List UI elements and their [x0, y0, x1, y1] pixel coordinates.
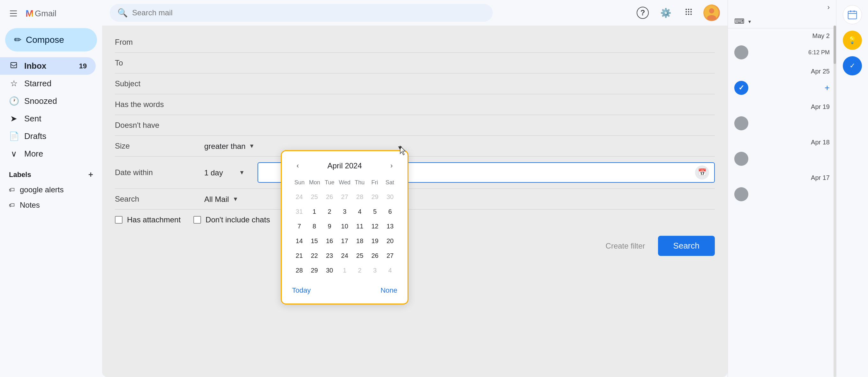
- calendar-icon-button[interactable]: 📅: [695, 166, 709, 179]
- svg-point-7: [685, 13, 687, 15]
- create-filter-button[interactable]: Create filter: [599, 237, 652, 255]
- scrollbar-track[interactable]: [834, 26, 836, 377]
- sidebar-item-more[interactable]: ∨ More: [0, 145, 96, 163]
- dont-include-chats-checkbox[interactable]: [193, 216, 201, 224]
- search-in-select[interactable]: All Mail Inbox Starred Sent Drafts Spam …: [204, 195, 229, 204]
- cal-day[interactable]: 5: [368, 204, 382, 219]
- cal-day[interactable]: 4: [352, 204, 367, 219]
- cal-day[interactable]: 4: [383, 263, 397, 277]
- label-item-google-alerts[interactable]: 🏷 google alerts: [9, 182, 93, 198]
- subject-input[interactable]: [204, 79, 715, 88]
- google-tasks-icon[interactable]: ✓: [843, 56, 862, 76]
- keyboard-dropdown-arrow[interactable]: ▾: [748, 19, 751, 25]
- cal-day[interactable]: 27: [338, 190, 352, 204]
- google-calendar-icon[interactable]: [843, 5, 862, 24]
- compose-button[interactable]: ✏ Compose: [5, 28, 97, 52]
- sidebar-item-snoozed[interactable]: 🕐 Snoozed: [0, 92, 96, 110]
- cal-day[interactable]: 20: [383, 234, 397, 248]
- dont-include-chats-label[interactable]: Don't include chats: [193, 215, 270, 224]
- weekday-fri: Fri: [367, 178, 382, 187]
- cal-day[interactable]: 10: [338, 219, 352, 233]
- expand-panel-button[interactable]: ›: [728, 0, 836, 15]
- subject-label: Subject: [115, 79, 198, 88]
- cal-day[interactable]: 2: [322, 204, 337, 219]
- cal-day[interactable]: 24: [338, 249, 352, 263]
- label-item-notes[interactable]: 🏷 Notes: [9, 198, 93, 213]
- has-words-input[interactable]: [204, 100, 715, 109]
- cal-day[interactable]: 12: [368, 219, 382, 233]
- hamburger-menu-button[interactable]: [6, 6, 21, 21]
- cal-day[interactable]: 29: [307, 263, 321, 277]
- help-button[interactable]: ?: [634, 4, 651, 21]
- notes-label: Notes: [20, 201, 40, 210]
- cal-day[interactable]: 13: [383, 219, 397, 233]
- email-item[interactable]: [728, 147, 836, 170]
- cal-day[interactable]: 15: [307, 234, 321, 248]
- scrollbar-thumb[interactable]: [834, 26, 836, 64]
- sidebar-item-starred[interactable]: ☆ Starred: [0, 75, 96, 92]
- cal-day[interactable]: 3: [368, 263, 382, 277]
- cal-day[interactable]: 21: [292, 249, 306, 263]
- svg-point-5: [688, 11, 689, 12]
- from-input[interactable]: [204, 38, 715, 47]
- cal-day[interactable]: 23: [322, 249, 337, 263]
- cal-day[interactable]: 7: [292, 219, 306, 233]
- svg-point-3: [690, 9, 691, 10]
- user-avatar[interactable]: [703, 4, 720, 21]
- cal-day[interactable]: 17: [338, 234, 352, 248]
- cal-day[interactable]: 14: [292, 234, 306, 248]
- cal-day[interactable]: 30: [322, 263, 337, 277]
- calendar-today-button[interactable]: Today: [292, 286, 311, 295]
- calendar-next-button[interactable]: ›: [386, 160, 397, 172]
- labels-title: Labels: [9, 171, 31, 179]
- cal-day[interactable]: 16: [322, 234, 337, 248]
- cal-day[interactable]: 1: [307, 204, 321, 219]
- email-item[interactable]: [728, 112, 836, 135]
- cal-day[interactable]: 11: [352, 219, 367, 233]
- email-item[interactable]: ✓ +: [728, 76, 836, 99]
- doesnt-have-input[interactable]: [204, 121, 715, 130]
- cal-day[interactable]: 3: [338, 204, 352, 219]
- cal-day[interactable]: 29: [368, 190, 382, 204]
- cal-day[interactable]: 6: [383, 204, 397, 219]
- google-keep-icon[interactable]: 💡: [843, 31, 862, 50]
- cal-day[interactable]: 22: [307, 249, 321, 263]
- email-item[interactable]: [728, 183, 836, 206]
- size-select[interactable]: greater than less than: [204, 142, 246, 150]
- settings-button[interactable]: ⚙️: [657, 4, 674, 21]
- cal-day[interactable]: 27: [383, 249, 397, 263]
- cal-day[interactable]: 28: [292, 263, 306, 277]
- cal-day[interactable]: 31: [292, 204, 306, 219]
- has-attachment-checkbox[interactable]: [115, 216, 123, 224]
- has-attachment-label[interactable]: Has attachment: [115, 215, 181, 224]
- cal-day[interactable]: 26: [322, 190, 337, 204]
- calendar-prev-button[interactable]: ‹: [292, 160, 304, 172]
- search-button[interactable]: Search: [658, 236, 715, 256]
- date-within-select[interactable]: 1 day 3 days 1 week 2 weeks 1 month 2 mo…: [204, 168, 236, 177]
- to-input[interactable]: [204, 58, 715, 67]
- cal-day[interactable]: 25: [352, 249, 367, 263]
- cal-day[interactable]: 8: [307, 219, 321, 233]
- sidebar-item-sent[interactable]: ➤ Sent: [0, 110, 96, 127]
- search-input[interactable]: [132, 8, 485, 17]
- cal-day[interactable]: 25: [307, 190, 321, 204]
- cal-day[interactable]: 19: [368, 234, 382, 248]
- cal-day[interactable]: 2: [352, 263, 367, 277]
- cal-day[interactable]: 30: [383, 190, 397, 204]
- cal-day[interactable]: 9: [322, 219, 337, 233]
- add-label-button[interactable]: +: [88, 170, 93, 179]
- sidebar-item-drafts[interactable]: 📄 Drafts: [0, 127, 96, 145]
- inbox-label: Inbox: [24, 61, 46, 71]
- compose-label: Compose: [26, 35, 64, 45]
- topbar-right: ? ⚙️: [634, 4, 720, 21]
- email-item[interactable]: 6:12 PM: [728, 41, 836, 64]
- cal-day[interactable]: 18: [352, 234, 367, 248]
- cal-day[interactable]: 26: [368, 249, 382, 263]
- apps-button[interactable]: [680, 4, 697, 21]
- cal-day[interactable]: 24: [292, 190, 306, 204]
- cal-day[interactable]: 28: [352, 190, 367, 204]
- search-bar[interactable]: 🔍: [110, 4, 493, 22]
- cal-day[interactable]: 1: [338, 263, 352, 277]
- sidebar-item-inbox[interactable]: Inbox 19: [0, 57, 96, 75]
- calendar-none-button[interactable]: None: [380, 286, 397, 295]
